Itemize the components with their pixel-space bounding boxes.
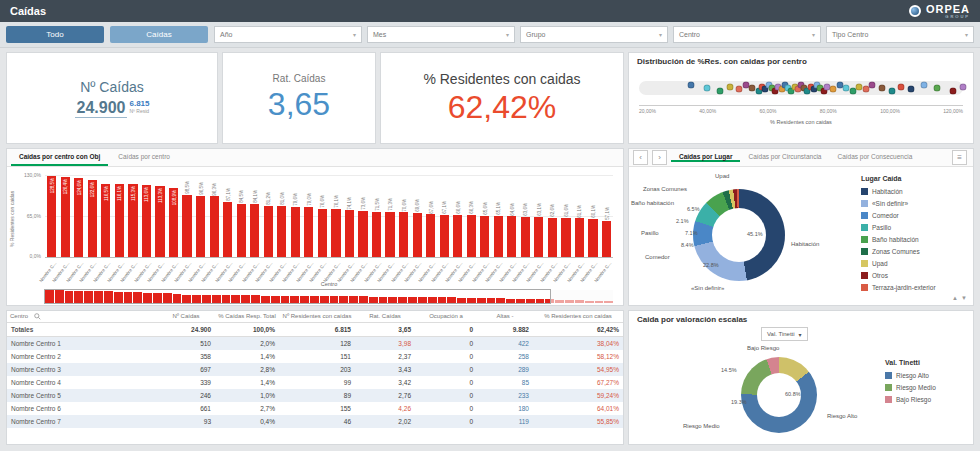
legend-pager[interactable]: ▲▼ [952,295,967,301]
center-dot[interactable] [717,87,724,94]
bar-column[interactable]: 61,1% [573,175,587,257]
table-row[interactable]: Nombre Centro 36972,8%2033,43028954,95% [7,363,623,376]
nav-next-button[interactable]: › [652,150,667,165]
search-icon[interactable] [34,313,41,320]
filter-field-tipo-centro[interactable]: Tipo Centro▾ [826,26,974,43]
legend-item[interactable]: Upad [861,257,936,269]
bar-column[interactable]: 71,3% [383,175,397,257]
legend-scroll-up-icon[interactable]: ▲ [952,295,958,301]
legend-item[interactable]: Bajo Riesgo [885,393,936,405]
bar[interactable]: 116,1% [115,184,124,257]
bar-column[interactable]: 60,1% [586,175,600,257]
center-dot[interactable] [888,87,895,94]
bar-column[interactable]: 122,6% [86,175,100,257]
bar-column[interactable]: 108,9% [167,175,181,257]
column-header-centro[interactable]: Centro [7,311,157,323]
bar[interactable]: 67,6% [426,214,435,257]
bar[interactable]: 62,6% [548,218,557,257]
todo-button[interactable]: Todo [6,26,104,43]
legend-item[interactable]: Riesgo Alto [885,369,936,381]
bar-column[interactable]: 76,1% [329,175,343,257]
center-dot[interactable] [934,85,941,92]
bar-column[interactable]: 84,5% [234,175,248,257]
column-header[interactable]: Ocupación a [415,311,477,323]
bar[interactable]: 65,1% [494,216,503,257]
bar-column[interactable]: 63,1% [532,175,546,257]
tab-caídas-por-centro-con-obj[interactable]: Caídas por centro con Obj [11,149,108,166]
legend-item[interactable]: «Sin definir» [861,197,936,209]
table-row[interactable]: Nombre Centro 15102,0%1283,98042238,04% [7,337,623,351]
nav-prev-button[interactable]: ‹ [633,150,648,165]
bar[interactable]: 122,6% [88,180,97,257]
bar[interactable]: 108,9% [169,188,178,257]
bar-column[interactable]: 61,6% [559,175,573,257]
filter-field-centro[interactable]: Centro▾ [673,26,821,43]
bar[interactable]: 60,1% [588,219,597,257]
bar-column[interactable]: 113,3% [153,175,167,257]
bar[interactable]: 69,6% [413,213,422,257]
bar-column[interactable]: 79,0% [302,175,316,257]
center-dot[interactable] [960,83,967,90]
bar-column[interactable]: 116,1% [113,175,127,257]
bar[interactable]: 63,1% [534,217,543,257]
column-header[interactable]: Nº Residentes con caídas [279,311,355,323]
legend-menu-icon[interactable]: ≡ [952,150,967,165]
bar[interactable]: 126,4% [61,177,70,257]
table-row[interactable]: Nombre Centro 43391,4%993,4208567,27% [7,376,623,389]
bar[interactable]: 74,1% [345,210,354,257]
legend-item[interactable]: Zonas Comunes [861,245,936,257]
bar[interactable]: 79,6% [291,207,300,257]
bar-column[interactable]: 98,5% [180,175,194,257]
bar-column[interactable]: 115,3% [126,175,140,257]
table-row-totals[interactable]: Totales24.900100,0%6.8153,6509.88262,42% [7,323,623,337]
bar[interactable]: 116,5% [101,184,110,257]
center-dot[interactable] [726,83,733,90]
bar[interactable]: 65,6% [480,216,489,257]
legend-scroll-down-icon[interactable]: ▼ [961,295,967,301]
bar-column[interactable]: 64,6% [505,175,519,257]
bar-column[interactable]: 87,1% [221,175,235,257]
tab-caídas-por-lugar[interactable]: Caídas por Lugar [671,153,740,162]
bar[interactable]: 128,5% [47,176,56,257]
bar[interactable]: 81,0% [277,206,286,257]
center-dot[interactable] [950,87,957,94]
bar-column[interactable]: 116,5% [99,175,113,257]
column-header[interactable]: % Caídas Resp. Total [215,311,279,323]
bar-column[interactable]: 63,6% [519,175,533,257]
bar-column[interactable]: 79,6% [289,175,303,257]
bar-column[interactable]: 57,1% [600,175,614,257]
column-header[interactable]: % Residentes con caídas [533,311,623,323]
bar-column[interactable]: 96,3% [207,175,221,257]
bar[interactable]: 96,3% [210,196,219,257]
legend-item[interactable]: Riesgo Medio [885,381,936,393]
bar[interactable]: 84,5% [237,204,246,257]
legend-item[interactable]: Otros [861,269,936,281]
bar-column[interactable]: 67,1% [437,175,451,257]
bar-column[interactable]: 76,6% [316,175,330,257]
bar[interactable]: 76,6% [318,209,327,257]
table-row[interactable]: Nombre Centro 66612,7%1554,26018064,01% [7,402,623,415]
bar-column[interactable]: 62,6% [546,175,560,257]
bar[interactable]: 61,6% [561,218,570,257]
caidas-button[interactable]: Caídas [110,26,208,43]
bar-column[interactable]: 69,6% [410,175,424,257]
center-dot[interactable] [869,82,876,89]
mini-bars[interactable] [45,290,613,303]
filter-field-año[interactable]: Año▾ [214,26,362,43]
bar-column[interactable]: 67,6% [424,175,438,257]
center-dot[interactable] [704,85,711,92]
bar-column[interactable]: 65,6% [478,175,492,257]
bar[interactable]: 67,1% [440,215,449,257]
tinetti-donut[interactable] [741,357,817,433]
center-dot[interactable] [898,83,905,90]
bar[interactable]: 73,6% [358,211,367,257]
tinetti-selector[interactable]: Val. Tinetti▾ [761,327,808,341]
bar-column[interactable]: 71,5% [370,175,384,257]
table-row[interactable]: Nombre Centro 7930,4%462,02011955,85% [7,415,623,428]
bar-column[interactable]: 84,1% [248,175,262,257]
bar[interactable]: 64,6% [507,216,516,257]
column-header[interactable]: Altas - [477,311,533,323]
bar[interactable]: 66,3% [467,215,476,257]
center-dot[interactable] [879,85,886,92]
tab-caídas-por-centro[interactable]: Caídas por centro [110,149,178,166]
